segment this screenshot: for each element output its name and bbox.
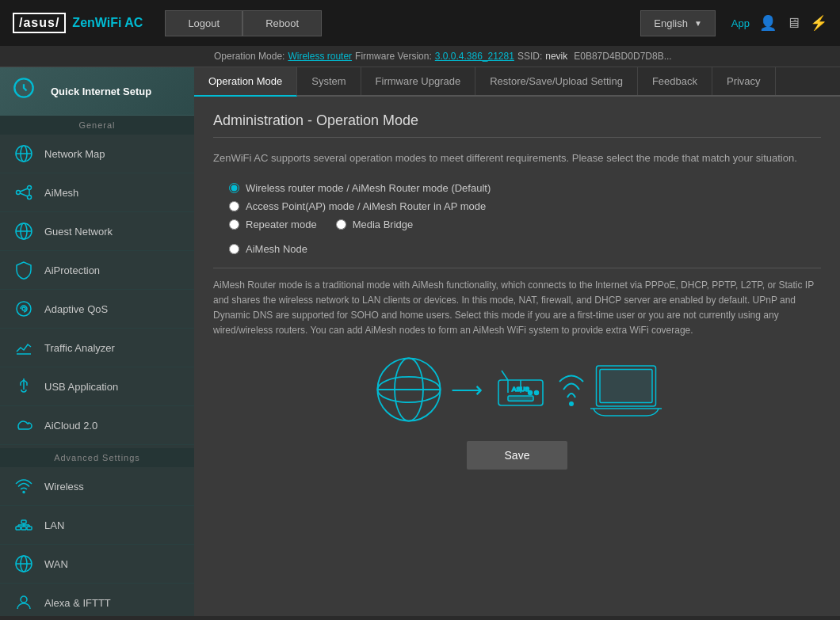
header-buttons: Logout Reboot <box>165 10 322 36</box>
mode-value[interactable]: Wireless router <box>288 51 352 62</box>
wireless-router-label: Wireless router mode / AiMesh Router mod… <box>246 182 491 194</box>
laptop-diagram-icon <box>590 358 662 421</box>
tab-operation-mode[interactable]: Operation Mode <box>194 67 297 97</box>
chart-icon <box>13 337 35 359</box>
network-map-label: Network Map <box>44 148 105 160</box>
mode-option-wireless-router[interactable]: Wireless router mode / AiMesh Router mod… <box>229 182 821 194</box>
mesh-icon <box>13 181 35 203</box>
tab-restore-save[interactable]: Restore/Save/Upload Setting <box>475 67 638 95</box>
svg-rect-47 <box>600 370 652 403</box>
svg-rect-22 <box>21 527 26 530</box>
access-point-radio[interactable] <box>229 201 239 211</box>
logout-button[interactable]: Logout <box>165 10 242 36</box>
mode-description-text: AiMesh Router mode is a traditional mode… <box>213 280 814 337</box>
quick-internet-setup[interactable]: Quick Internet Setup <box>0 67 194 116</box>
usb-application-label: USB Application <box>44 381 118 393</box>
guest-network-icon <box>13 220 35 242</box>
svg-rect-24 <box>21 520 26 523</box>
general-section-label: General <box>0 116 194 135</box>
sidebar-item-guest-network[interactable]: Guest Network <box>0 212 194 251</box>
network-diagram: ⟶ ASUS <box>213 354 821 425</box>
firmware-label: Firmware Version: <box>355 51 432 62</box>
diagram-router: ASUS <box>489 358 552 421</box>
aicloud-label: AiCloud 2.0 <box>44 420 97 432</box>
usb-app-icon <box>13 375 35 397</box>
app-label[interactable]: App <box>731 17 750 29</box>
save-button-row: Save <box>213 441 821 470</box>
usb-icon[interactable]: ⚡ <box>810 14 827 32</box>
quick-setup-label: Quick Internet Setup <box>51 86 151 97</box>
aimesh-node-radio[interactable] <box>229 244 239 254</box>
logo-area: /asus/ ZenWiFi AC <box>13 13 143 33</box>
sidebar-item-traffic-analyzer[interactable]: Traffic Analyzer <box>0 329 194 367</box>
header-icons: App 👤 🖥 ⚡ <box>731 14 827 32</box>
product-name: ZenWiFi AC <box>72 16 143 30</box>
repeater-radio[interactable] <box>229 219 239 230</box>
advanced-settings-label: Advanced Settings <box>0 448 194 467</box>
alexa-icon <box>13 591 35 614</box>
globe-diagram-icon <box>373 354 445 425</box>
sidebar-item-network-map[interactable]: Network Map <box>0 135 194 173</box>
sidebar-item-wan[interactable]: WAN <box>0 545 194 584</box>
shield-icon <box>13 259 35 281</box>
mode-option-media-bridge[interactable]: Media Bridge <box>336 219 414 230</box>
mode-option-access-point[interactable]: Access Point(AP) mode / AiMesh Router in… <box>229 200 821 212</box>
svg-point-5 <box>28 186 32 190</box>
tab-privacy[interactable]: Privacy <box>712 67 776 95</box>
tab-firmware-upgrade[interactable]: Firmware Upgrade <box>361 67 476 95</box>
tab-system[interactable]: System <box>297 67 361 95</box>
content-inner: Administration - Operation Mode ZenWiFi … <box>194 97 840 616</box>
repeater-label: Repeater mode <box>246 219 317 230</box>
ssid-label: SSID: <box>517 51 542 62</box>
chevron-down-icon: ▼ <box>694 19 702 28</box>
traffic-analyzer-label: Traffic Analyzer <box>44 342 115 354</box>
sidebar-item-lan[interactable]: LAN <box>0 506 194 545</box>
svg-rect-23 <box>27 527 32 530</box>
reboot-button[interactable]: Reboot <box>242 10 322 36</box>
ssid-value: nevik <box>545 51 567 62</box>
mac-partial: E0B87D4BD0D7D8B... <box>574 51 671 62</box>
page-title: Administration - Operation Mode <box>213 112 821 138</box>
wireless-label: Wireless <box>44 481 84 493</box>
description: ZenWiFi AC supports several operation mo… <box>213 150 821 166</box>
wifi-icon <box>13 475 35 497</box>
monitor-icon[interactable]: 🖥 <box>786 15 800 32</box>
language-selector[interactable]: English ▼ <box>640 10 716 36</box>
tab-feedback[interactable]: Feedback <box>638 67 712 95</box>
tab-bar: Operation Mode System Firmware Upgrade R… <box>194 67 840 97</box>
wan-label: WAN <box>44 558 68 570</box>
svg-line-8 <box>20 193 28 196</box>
sidebar: Quick Internet Setup General Network Map <box>0 67 194 616</box>
sidebar-item-aicloud[interactable]: AiCloud 2.0 <box>0 406 194 445</box>
language-label: English <box>654 17 688 29</box>
sidebar-item-adaptive-qos[interactable]: Adaptive QoS <box>0 290 194 329</box>
svg-point-20 <box>23 492 25 493</box>
svg-point-32 <box>21 596 27 603</box>
sidebar-item-wireless[interactable]: Wireless <box>0 467 194 506</box>
firmware-value[interactable]: 3.0.0.4.386_21281 <box>435 51 514 62</box>
diagram-laptop <box>590 358 662 421</box>
sidebar-item-alexa[interactable]: Alexa & IFTTT <box>0 584 194 616</box>
mode-description: AiMesh Router mode is a traditional mode… <box>213 268 821 339</box>
svg-point-6 <box>28 196 32 200</box>
arrow-globe-router: ⟶ <box>451 377 483 403</box>
diagram-globe <box>373 354 445 425</box>
media-bridge-radio[interactable] <box>336 219 346 230</box>
cloud-icon <box>13 414 35 436</box>
sidebar-item-usb-application[interactable]: USB Application <box>0 367 194 406</box>
lan-label: LAN <box>44 519 64 531</box>
user-icon[interactable]: 👤 <box>759 14 777 32</box>
radio-row-repeater: Repeater mode Media Bridge <box>229 219 821 237</box>
sidebar-item-aimesh[interactable]: AiMesh <box>0 173 194 212</box>
wifi-signal-icon <box>556 366 587 413</box>
mode-option-aimesh-node[interactable]: AiMesh Node <box>229 243 821 255</box>
wireless-router-radio[interactable] <box>229 183 239 193</box>
svg-point-45 <box>570 402 573 405</box>
sidebar-item-aiprotection[interactable]: AiProtection <box>0 251 194 290</box>
adaptive-qos-label: Adaptive QoS <box>44 303 108 315</box>
info-bar: Operation Mode: Wireless router Firmware… <box>0 46 840 67</box>
main-layout: Quick Internet Setup General Network Map <box>0 67 840 616</box>
aimesh-node-label: AiMesh Node <box>246 243 307 255</box>
save-button[interactable]: Save <box>467 441 568 470</box>
mode-option-repeater[interactable]: Repeater mode <box>229 219 317 230</box>
